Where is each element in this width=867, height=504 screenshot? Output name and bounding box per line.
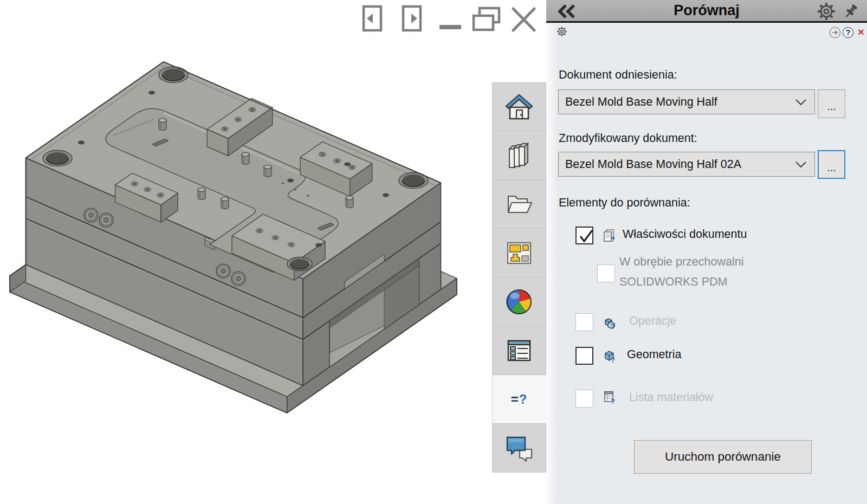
compare-item-label: Lista materiałów: [629, 391, 713, 404]
browse-reference-button[interactable]: ...: [818, 89, 845, 118]
tab-custom-properties[interactable]: [492, 326, 546, 375]
svg-text:?: ?: [846, 28, 851, 37]
help-icon[interactable]: ?: [842, 27, 854, 38]
pin-icon[interactable]: [842, 3, 859, 20]
file-explorer-icon: [503, 189, 535, 220]
pane-toolbar: ? ×: [546, 24, 867, 41]
mold-base-model: [10, 62, 457, 413]
tab-forum[interactable]: [492, 424, 546, 473]
compare-task-pane: Porównaj: [546, 0, 867, 504]
appearances-icon: [503, 286, 535, 318]
solidworks-window: =? Porównaj: [0, 0, 867, 504]
geometry-checkbox[interactable]: [575, 347, 593, 365]
features-checkbox[interactable]: [575, 313, 593, 331]
cad-model-mold-base: [0, 0, 546, 504]
tab-compare[interactable]: =?: [492, 375, 546, 424]
svg-text:?: ?: [611, 356, 615, 364]
run-comparison-button[interactable]: Uruchom porównanie: [634, 440, 812, 474]
reference-document-dropdown[interactable]: Bezel Mold Base Moving Half: [558, 89, 815, 114]
close-pane-icon[interactable]: ×: [858, 25, 864, 39]
tab-home[interactable]: [492, 82, 546, 131]
3d-viewport[interactable]: [0, 0, 546, 504]
custom-properties-icon: [503, 335, 535, 366]
minimize-icon[interactable]: [439, 25, 461, 29]
browse-modified-button[interactable]: ...: [818, 150, 845, 179]
compare-item-label: Operacje: [629, 314, 676, 328]
tab-design-library[interactable]: [492, 131, 546, 180]
modified-document-dropdown[interactable]: Bezel Mold Base Moving Half 02A: [558, 152, 815, 177]
forum-icon: [503, 432, 535, 464]
document-properties-checkbox[interactable]: [575, 227, 593, 244]
options-gear-icon[interactable]: [557, 26, 567, 37]
task-pane-header: Porównaj: [546, 0, 867, 23]
items-to-compare-label: Elementy do porównania:: [559, 196, 690, 210]
home-icon: [503, 91, 535, 122]
settings-gear-icon[interactable]: [817, 2, 836, 21]
restore-icon[interactable]: [474, 8, 499, 30]
reference-document-label: Dokument odniesienia:: [559, 68, 677, 82]
tab-view-palette[interactable]: [492, 229, 546, 277]
modified-document-label: Zmodyfikowany dokument:: [559, 132, 697, 145]
bom-icon: ?: [604, 391, 617, 405]
svg-text:?: ?: [611, 235, 615, 243]
tab-appearances[interactable]: [492, 277, 546, 326]
geometry-icon: ?: [604, 350, 617, 364]
compare-item-label: Geometria: [627, 348, 681, 361]
compare-item-label: Właściwości dokumentu: [623, 228, 747, 241]
tab-file-explorer[interactable]: [492, 180, 546, 229]
compare-item-label: W obrębie przechowalni SOLIDWORKS PDM: [619, 252, 787, 292]
modified-document-value: Bezel Mold Base Moving Half 02A: [565, 158, 741, 171]
bom-checkbox[interactable]: [575, 390, 593, 408]
arrow-next-icon[interactable]: [829, 27, 841, 38]
chevron-down-icon: [795, 99, 807, 106]
task-pane-tab-strip: =?: [492, 82, 546, 473]
view-palette-icon: [503, 237, 535, 269]
reference-document-value: Bezel Mold Base Moving Half: [565, 95, 717, 109]
document-properties-icon: ?: [604, 229, 616, 243]
svg-text:?: ?: [611, 322, 615, 330]
pdm-vault-checkbox[interactable]: [597, 264, 615, 282]
window-previous-icon[interactable]: [364, 7, 381, 30]
window-next-icon[interactable]: [403, 7, 420, 30]
svg-text:?: ?: [611, 397, 615, 405]
document-window-controls: [355, 4, 542, 35]
design-library-icon: [503, 140, 535, 171]
chevron-down-icon: [795, 161, 807, 169]
close-icon[interactable]: [513, 9, 534, 30]
compare-icon: =?: [511, 392, 528, 407]
features-icon: ?: [604, 316, 617, 330]
